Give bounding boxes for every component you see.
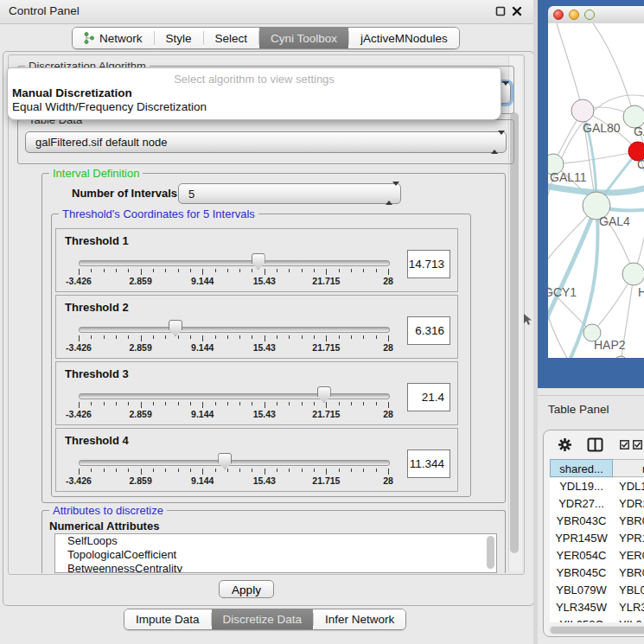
number-of-intervals-label: Number of Intervals [72,187,177,200]
slider-tick-minor [91,335,92,339]
slider-tick-major [388,335,389,341]
threshold-panel-2: Threshold 2-3.4262.8599.14415.4321.71528… [55,295,458,359]
slider-tick-major [388,402,389,408]
network-node-label: GA [634,124,644,138]
slider-tick-label: 9.144 [176,276,228,286]
slider-tick-label: -3.426 [53,342,105,353]
table-cell-name: YBR0 [613,513,644,530]
slider-tick-minor [215,402,216,405]
minimize-traffic-light-icon[interactable] [569,10,579,20]
zoom-traffic-light-icon[interactable] [584,10,595,20]
slider-tick-minor [376,402,377,405]
slider-tick-minor [165,402,166,405]
table-cell-shared-name: YDR27... [550,495,613,513]
network-canvas[interactable]: GAL80GACGAL11GAL4GCY1HHAP2 [548,23,644,358]
slider-tick-minor [376,269,377,272]
network-node-label: HAP2 [594,338,626,352]
threshold-slider-handle[interactable] [252,253,265,270]
mode-tab-discretize-data[interactable]: Discretize Data [212,609,314,629]
table-cell-shared-name: YBR045C [550,564,613,582]
threshold-slider-track[interactable] [79,260,390,266]
slider-tick-major [141,335,142,341]
tab-label: Infer Network [325,613,394,626]
slider-tick-minor [314,335,315,339]
attribute-list-item[interactable]: TopologicalCoefficient [55,548,496,562]
slider-tick-minor [178,269,179,272]
threshold-value-field[interactable]: 6.316 [407,316,450,345]
slider-tick-minor [128,469,129,472]
network-node-node-bottom[interactable] [614,356,628,358]
threshold-slider-track[interactable] [79,393,390,399]
slider-tick-minor [153,269,154,272]
tab-jactivemnodules[interactable]: jActiveMNodules [349,28,459,48]
slider-tick-minor [227,402,228,405]
algorithm-option-2[interactable]: Equal Width/Frequency Discretization [12,100,496,114]
network-window-titlebar[interactable] [548,6,644,24]
control-panel-titlebar[interactable]: Control Panel [0,0,533,24]
threshold-slider-track[interactable] [79,327,390,333]
threshold-value-field[interactable]: 21.4 [407,383,450,411]
list-scrollbar-thumb[interactable] [487,536,494,569]
close-icon[interactable] [512,6,522,16]
table-panel-box: shared... na YDL19...YDL1YDR27...YDR2YBR… [543,430,644,637]
tab-select[interactable]: Select [204,28,259,48]
slider-tick-minor [227,469,228,472]
unselect-all-checkbox-icon[interactable] [633,440,642,450]
attribute-list-item[interactable]: BetweennessCentrality [55,562,496,573]
table-header-name[interactable]: na [613,459,644,477]
table-row[interactable]: YBR043CYBR0 [550,513,644,530]
number-of-intervals-combo[interactable]: 5 [178,183,401,204]
settings-gear-icon[interactable] [558,437,572,452]
slider-tick-label: 9.144 [176,342,228,353]
table-row[interactable]: YBL079WYBL0 [550,582,644,599]
algorithm-option-1[interactable]: Manual Discretization [12,86,496,100]
close-traffic-light-icon[interactable] [553,10,564,20]
float-window-icon[interactable] [495,6,506,16]
table-data-combo[interactable]: galFiltered.sif default node [25,131,507,153]
threshold-label: Threshold 4 [65,434,129,447]
slider-tick-minor [190,469,191,472]
network-node-label: GAL11 [550,170,587,184]
slider-tick-label: 15.43 [239,276,290,286]
threshold-panel-1: Threshold 1-3.4262.8599.14415.4321.71528… [55,228,458,292]
tab-network[interactable]: Network [73,28,154,48]
threshold-panel-3: Threshold 3-3.4262.8599.14415.4321.71528… [55,361,458,425]
select-all-checkbox-icon[interactable] [620,440,629,450]
threshold-value-field[interactable]: 11.344 [407,450,450,478]
attribute-list-item[interactable]: SelfLoops [55,534,496,548]
mode-tab-infer-network[interactable]: Infer Network [314,609,405,629]
threshold-slider-track[interactable] [79,460,390,466]
table-row[interactable]: YPR145WYPR1 [550,530,644,547]
horizontal-scrollbar-thumb[interactable] [551,627,644,634]
network-node-GAL80[interactable] [571,99,594,122]
table-row[interactable]: YDR27...YDR2 [550,495,644,513]
slider-tick-minor [277,335,277,339]
slider-tick-minor [239,402,240,405]
mode-tab-impute-data[interactable]: Impute Data [124,609,211,629]
threshold-value-field[interactable]: 14.713 [407,250,450,278]
attributes-group: Attributes to discretize Numerical Attri… [41,510,506,573]
table-row[interactable]: YIL052CYIL0 [550,616,644,622]
table-header-shared-name[interactable]: shared... [550,459,613,477]
slider-tick-label: 2.859 [115,276,167,286]
vertical-scrollbar-thumb[interactable] [510,112,519,553]
threshold-slider-handle[interactable] [218,453,232,469]
slider-tick-major [265,335,265,341]
slider-tick-minor [153,469,154,472]
numerical-attributes-list[interactable]: SelfLoopsTopologicalCoefficientBetweenne… [54,533,497,573]
slider-tick-minor [314,269,315,272]
network-node-H-node[interactable] [622,263,644,285]
threshold-slider-handle[interactable] [317,386,331,403]
table-row[interactable]: YLR345WYLR3 [550,599,644,616]
table-row[interactable]: YDL19...YDL1 [550,478,644,495]
tab-style[interactable]: Style [155,28,203,48]
table-cell-name: YLR3 [613,599,644,616]
tab-cyni-toolbox[interactable]: Cyni Toolbox [259,28,348,48]
threshold-slider-handle[interactable] [169,320,182,336]
table-row[interactable]: YBR045CYBR0 [550,564,644,582]
column-layout-icon[interactable] [587,437,603,452]
table-row[interactable]: YER054CYER0 [550,547,644,564]
slider-tick-minor [91,402,92,405]
threshold-label: Threshold 1 [65,234,129,247]
apply-button[interactable]: Apply [219,580,274,598]
